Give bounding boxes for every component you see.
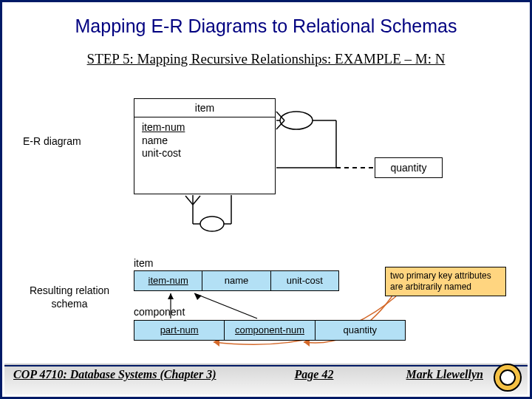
svg-marker-19 [194,293,202,300]
rel-attr-connector [336,167,373,168]
svg-line-2 [276,120,284,129]
slide-frame: Mapping E-R Diagrams to Relational Schem… [0,0,532,399]
rel-attr-box: quantity [375,157,443,178]
component-col-partnum: part-num [134,321,225,340]
entity-item-box: item item-num name unit-cost [134,98,276,194]
page-title: Mapping E-R Diagrams to Relational Schem… [2,16,530,37]
relation-component-label: component [134,306,185,318]
svg-line-8 [185,196,193,205]
footer-author: Mark Llewellyn [406,368,483,381]
component-col-quantity: quantity [316,321,405,340]
attr-name: name [142,134,185,148]
attr-pk: item-num [142,121,185,134]
entity-name: item [134,102,275,114]
step-subtitle: STEP 5: Mapping Recursive Relationships:… [2,51,530,67]
attr-unitcost: unit-cost [142,147,185,160]
svg-point-13 [200,216,224,231]
note-box: two primary key attributes are arbitrari… [385,267,506,296]
svg-line-9 [193,196,200,205]
item-col-name: name [202,271,270,290]
entity-attrs: item-num name unit-cost [142,121,185,160]
component-col-componentnum: component-num [225,321,315,340]
entity-divider [134,117,275,117]
footer-bar: COP 4710: Database Systems (Chapter 3) P… [4,365,528,395]
relation-item-row: item-num name unit-cost [134,270,339,291]
svg-line-3 [276,112,284,120]
relation-item-label: item [134,257,153,269]
svg-point-0 [280,112,313,129]
relation-component-row: part-num component-num quantity [134,320,406,341]
svg-line-18 [194,293,257,318]
resulting-schema-label: Resulting relation schema [21,284,117,310]
er-diagram-label: E-R diagram [23,135,81,147]
svg-marker-17 [168,293,174,299]
item-col-unitcost: unit-cost [271,271,338,290]
item-col-itemnum: item-num [134,271,202,290]
ucf-logo-icon [494,364,522,392]
